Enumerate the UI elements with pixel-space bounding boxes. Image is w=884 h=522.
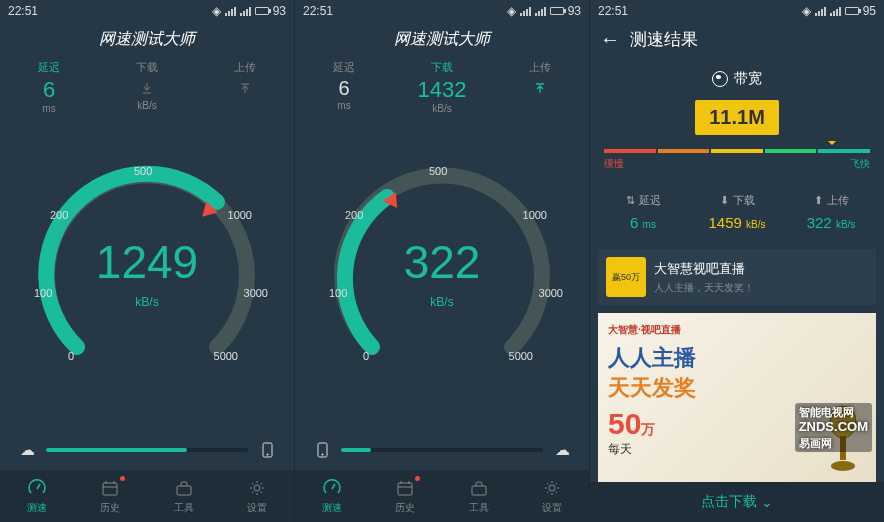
result-download: ⬇下载 1459 kB/s: [690, 193, 784, 231]
swap-icon: ⇅: [626, 194, 635, 207]
phone-icon: [313, 443, 331, 457]
signal-icon-2: [535, 6, 546, 16]
download-icon: ⬇: [720, 194, 729, 207]
speed-gauge: 0 100 200 500 1000 3000 5000 322 kB/s: [317, 147, 567, 397]
bandwidth-section: 带宽 11.1M 缓慢飞快: [590, 56, 884, 181]
nav-speedtest[interactable]: 测速: [0, 470, 74, 522]
progress-row: ☁: [0, 430, 294, 470]
status-bar: 22:51 ◈ 93: [0, 0, 294, 22]
bottom-nav: 测速 历史 工具 设置: [0, 470, 294, 522]
signal-icon-2: [240, 6, 251, 16]
result-latency: ⇅延迟 6 ms: [596, 193, 690, 231]
upload-icon: [238, 81, 252, 95]
speed-scale: [604, 149, 870, 153]
stat-upload: 上传: [196, 56, 294, 114]
result-stats: ⇅延迟 6 ms ⬇下载 1459 kB/s ⬆上传 322 kB/s: [590, 181, 884, 245]
wifi-icon: ◈: [802, 4, 811, 18]
signal-icon-2: [830, 6, 841, 16]
battery-pct: 95: [863, 4, 876, 18]
app-title: 网速测试大师: [0, 22, 294, 56]
page-header: ← 测速结果: [590, 22, 884, 56]
cloud-icon: ☁: [18, 443, 36, 457]
globe-icon: [712, 71, 728, 87]
nav-settings[interactable]: 设置: [221, 470, 295, 522]
ad-title: 大智慧视吧直播: [654, 260, 754, 278]
download-button[interactable]: 点击下载⌄: [590, 482, 884, 522]
back-button[interactable]: ←: [600, 29, 620, 49]
svg-point-12: [321, 454, 323, 456]
bottom-nav: 测速 历史 工具 设置: [295, 470, 589, 522]
status-time: 22:51: [303, 4, 333, 18]
speed-gauge: 0 100 200 500 1000 3000 5000 1249 kB/s: [22, 147, 272, 397]
svg-rect-8: [177, 486, 191, 495]
battery-icon: [845, 7, 859, 15]
gauge-value: 322: [404, 235, 481, 289]
gauge-container: 0 100 200 500 1000 3000 5000 1249 kB/s: [0, 114, 294, 430]
status-icons: ◈ 93: [507, 4, 581, 18]
phone-screen-1: 22:51 ◈ 93 网速测试大师 延迟 6 ms 下载 kB/s 上传: [0, 0, 294, 522]
svg-rect-4: [103, 483, 117, 495]
stat-download: 下载 kB/s: [98, 56, 196, 114]
status-bar: 22:51 ◈ 95: [590, 0, 884, 22]
nav-tools[interactable]: 工具: [147, 470, 221, 522]
svg-point-2: [266, 454, 268, 456]
wifi-icon: ◈: [507, 4, 516, 18]
stats-row: 延迟 6 ms 下载 kB/s 上传: [0, 56, 294, 114]
signal-icon: [815, 6, 826, 16]
nav-settings[interactable]: 设置: [516, 470, 590, 522]
phone-screen-2: 22:51 ◈ 93 网速测试大师 延迟 6 ms 下载 1432 kB/s 上…: [295, 0, 589, 522]
stat-upload: 上传: [491, 56, 589, 114]
progress-bar: [341, 448, 543, 452]
ad-banner[interactable]: 大智慧·视吧直播 人人主播 天天发奖 50万 每天 智能电视网 ZNDS.COM…: [598, 313, 876, 482]
cloud-icon: ☁: [553, 443, 571, 457]
battery-pct: 93: [273, 4, 286, 18]
battery-pct: 93: [568, 4, 581, 18]
ad-thumbnail: 赢50万: [606, 257, 646, 297]
nav-history[interactable]: 历史: [369, 470, 443, 522]
stat-latency: 延迟 6 ms: [295, 56, 393, 114]
notification-dot: [120, 476, 125, 481]
battery-icon: [255, 7, 269, 15]
svg-point-9: [254, 485, 260, 491]
download-icon: [140, 81, 154, 95]
ad-list-item[interactable]: 赢50万 大智慧视吧直播 人人主播，天天发奖！: [598, 249, 876, 305]
page-title: 测速结果: [630, 28, 698, 51]
stat-download: 下载 1432 kB/s: [393, 56, 491, 114]
upload-icon: [533, 81, 547, 95]
result-upload: ⬆上传 322 kB/s: [784, 193, 878, 231]
app-title: 网速测试大师: [295, 22, 589, 56]
progress-bar: [46, 448, 248, 452]
status-time: 22:51: [598, 4, 628, 18]
svg-point-22: [831, 461, 855, 471]
watermark: 智能电视网 ZNDS.COM 易画网: [795, 403, 872, 452]
upload-icon: ⬆: [814, 194, 823, 207]
stat-latency: 延迟 6 ms: [0, 56, 98, 114]
phone-icon: [258, 443, 276, 457]
chevron-down-icon: ⌄: [761, 494, 773, 510]
svg-rect-18: [472, 486, 486, 495]
ad-logo: 大智慧·视吧直播: [608, 323, 866, 337]
svg-point-19: [549, 485, 555, 491]
svg-line-13: [332, 484, 335, 489]
svg-line-3: [37, 484, 40, 489]
phone-screen-3: 22:51 ◈ 95 ← 测速结果 带宽 11.1M 缓慢飞快 ⇅延迟 6 ms…: [590, 0, 884, 522]
wifi-icon: ◈: [212, 4, 221, 18]
status-time: 22:51: [8, 4, 38, 18]
battery-icon: [550, 7, 564, 15]
status-icons: ◈ 93: [212, 4, 286, 18]
notification-dot: [415, 476, 420, 481]
svg-rect-14: [398, 483, 412, 495]
bandwidth-badge: 11.1M: [695, 100, 779, 135]
nav-tools[interactable]: 工具: [442, 470, 516, 522]
signal-icon: [520, 6, 531, 16]
gauge-unit: kB/s: [430, 295, 453, 309]
gauge-value: 1249: [96, 235, 198, 289]
stats-row: 延迟 6 ms 下载 1432 kB/s 上传: [295, 56, 589, 114]
gauge-unit: kB/s: [135, 295, 158, 309]
status-icons: ◈ 95: [802, 4, 876, 18]
nav-history[interactable]: 历史: [74, 470, 148, 522]
nav-speedtest[interactable]: 测速: [295, 470, 369, 522]
ad-desc: 人人主播，天天发奖！: [654, 281, 754, 295]
gauge-container: 0 100 200 500 1000 3000 5000 322 kB/s: [295, 114, 589, 430]
progress-row: ☁: [295, 430, 589, 470]
